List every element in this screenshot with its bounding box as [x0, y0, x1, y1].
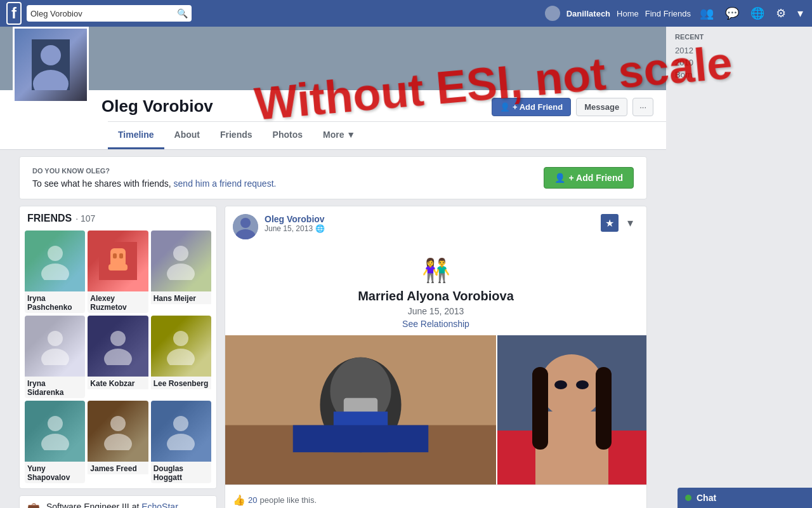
- photo-left[interactable]: [225, 335, 496, 485]
- friend-name-0: Iryna Pashchenko: [25, 291, 85, 313]
- svg-point-15: [104, 349, 132, 365]
- cover-area: [0, 27, 666, 90]
- svg-point-40: [554, 380, 567, 389]
- messages-icon[interactable]: 💬: [723, 6, 742, 20]
- nav-home-link[interactable]: Home: [617, 9, 639, 18]
- add-friend-label: + Add Friend: [513, 102, 563, 112]
- sidebar-year-2010[interactable]: 2010: [672, 57, 806, 69]
- friend-name-6: Yuny Shapovalov: [25, 462, 85, 483]
- post-chevron-button[interactable]: ▾: [621, 214, 639, 232]
- likes-count[interactable]: 20: [248, 495, 257, 505]
- friend-item[interactable]: Yuny Shapovalov: [25, 401, 85, 483]
- more-button[interactable]: ···: [632, 98, 653, 116]
- left-column: FRIENDS · 107 Iryna Pashchenko: [19, 206, 217, 508]
- settings-icon[interactable]: ⚙: [773, 6, 789, 20]
- post-header: Oleg Vorobiov June 15, 2013 🌐 ★ ▾: [225, 206, 646, 244]
- svg-point-23: [167, 434, 195, 450]
- friend-name-7: James Freed: [88, 462, 148, 474]
- profile-name: Oleg Vorobiov: [102, 97, 213, 121]
- svg-point-4: [41, 264, 69, 280]
- friend-name-1: Alexey Ruzmetov: [88, 291, 148, 313]
- friend-item[interactable]: Iryna Pashchenko: [25, 231, 85, 313]
- nav-username[interactable]: Danillatech: [566, 9, 610, 18]
- friend-name-3: Iryna Sidarenka: [25, 377, 85, 398]
- add-friend-button[interactable]: 👤 + Add Friend: [492, 98, 571, 116]
- svg-rect-38: [532, 367, 548, 450]
- add-friend-green-button[interactable]: 👤 + Add Friend: [544, 167, 634, 189]
- svg-point-41: [576, 380, 589, 389]
- friend-item[interactable]: James Freed: [88, 401, 148, 483]
- post-date-text: June 15, 2013: [265, 224, 313, 233]
- right-column: Oleg Vorobiov June 15, 2013 🌐 ★ ▾: [225, 206, 647, 508]
- friend-photo-2: [151, 231, 211, 291]
- friend-item[interactable]: Hans Meijer: [151, 231, 211, 313]
- friend-photo-7: [88, 401, 148, 462]
- tab-photos[interactable]: Photos: [263, 122, 313, 149]
- tab-timeline[interactable]: Timeline: [108, 122, 164, 149]
- friend-item[interactable]: Alexey Ruzmetov: [88, 231, 148, 313]
- marriage-icon: 👫: [238, 257, 634, 284]
- post-author-name[interactable]: Oleg Vorobiov: [265, 214, 325, 224]
- star-button[interactable]: ★: [601, 214, 619, 232]
- info-work-text: Software Engineer III at EchoStar Octobe…: [46, 501, 178, 508]
- friends-panel-header: FRIENDS · 107: [20, 206, 216, 231]
- friend-photo-4: [88, 316, 148, 377]
- friend-request-link[interactable]: send him a friend request.: [174, 178, 277, 189]
- friend-name-5: Lee Rosenberg: [151, 377, 211, 389]
- friends-requests-icon[interactable]: 👥: [697, 6, 716, 20]
- friend-photo-0: [25, 231, 85, 291]
- svg-point-16: [173, 331, 188, 346]
- main-area: Oleg Vorobiov 👤 + Add Friend Message ···…: [0, 27, 666, 508]
- search-input[interactable]: [30, 9, 177, 18]
- sidebar-recent-section: Recent 2012 2010 Born: [672, 33, 806, 81]
- likes-row: 👍 20 people like this.: [233, 490, 639, 508]
- svg-point-3: [48, 246, 63, 261]
- privacy-icon: 🌐: [315, 224, 325, 233]
- add-friend-green-label: + Add Friend: [569, 173, 623, 183]
- friend-item[interactable]: Lee Rosenberg: [151, 316, 211, 398]
- facebook-logo: f: [6, 2, 22, 25]
- right-sidebar: Recent 2012 2010 Born: [666, 27, 812, 508]
- sidebar-year-2012[interactable]: 2012: [672, 44, 806, 57]
- message-button[interactable]: Message: [576, 98, 627, 116]
- sidebar-born-label: Born: [672, 69, 806, 81]
- friend-name-4: Kate Kobzar: [88, 377, 148, 389]
- friends-panel: FRIENDS · 107 Iryna Pashchenko: [19, 206, 217, 489]
- like-thumb-icon: 👍: [233, 494, 246, 506]
- svg-point-17: [167, 349, 195, 365]
- svg-rect-7: [113, 253, 117, 258]
- nav-find-friends-link[interactable]: Find Friends: [645, 9, 691, 18]
- friend-item[interactable]: Kate Kobzar: [88, 316, 148, 398]
- friend-item[interactable]: Douglas Hoggatt: [151, 401, 211, 483]
- friend-photo-8: [151, 401, 211, 462]
- tab-about[interactable]: About: [164, 122, 210, 149]
- svg-rect-8: [119, 253, 123, 258]
- chevron-down-icon[interactable]: ▾: [795, 6, 806, 20]
- friend-photo-1: [88, 231, 148, 291]
- nav-right: Danillatech Home Find Friends 👥 💬 🌐 ⚙ ▾: [545, 6, 806, 21]
- svg-rect-33: [293, 425, 429, 453]
- see-relationship-link[interactable]: See Relationship: [402, 319, 469, 329]
- search-icon[interactable]: 🔍: [177, 8, 188, 18]
- svg-rect-39: [596, 367, 612, 450]
- globe-icon[interactable]: 🌐: [748, 6, 767, 20]
- svg-point-35: [540, 354, 603, 418]
- marriage-post-date: June 15, 2013: [238, 306, 634, 316]
- tab-friends[interactable]: Friends: [210, 122, 263, 149]
- profile-content: DO YOU KNOW OLEG? To see what he shares …: [13, 156, 653, 508]
- photo-right[interactable]: [497, 335, 646, 485]
- friend-name-8: Douglas Hoggatt: [151, 462, 211, 483]
- search-bar[interactable]: 🔍: [27, 5, 192, 22]
- profile-tabs: Timeline About Friends Photos More ▼: [108, 121, 666, 149]
- svg-point-20: [110, 416, 126, 431]
- info-work: 💼 Software Engineer III at EchoStar Octo…: [20, 496, 216, 508]
- friends-label: FRIENDS: [27, 213, 72, 224]
- post-footer: 👍 20 people like this. 💬 View 4 more com…: [225, 485, 646, 508]
- post-meta: Oleg Vorobiov June 15, 2013 🌐: [265, 214, 594, 233]
- echostar-link[interactable]: EchoStar: [141, 502, 178, 508]
- svg-point-14: [110, 331, 126, 346]
- svg-point-11: [167, 264, 195, 280]
- chat-bar[interactable]: Chat: [678, 488, 812, 508]
- friend-item[interactable]: Iryna Sidarenka: [25, 316, 85, 398]
- tab-more[interactable]: More ▼: [313, 122, 365, 149]
